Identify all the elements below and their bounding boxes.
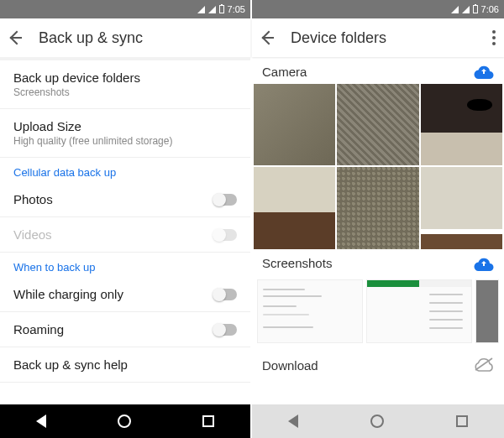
row-charging-toggle[interactable]: While charging only <box>0 277 250 312</box>
toolbar: Device folders <box>252 18 504 57</box>
status-bar: 7:06 <box>252 0 504 18</box>
photo-thumb[interactable] <box>337 84 418 165</box>
wifi-icon <box>197 6 205 13</box>
row-title: Videos <box>13 227 213 242</box>
row-videos-toggle: Videos <box>0 217 250 253</box>
row-title: Back up & sync help <box>13 357 237 372</box>
cell-signal-icon <box>462 6 470 13</box>
nav-back-icon[interactable] <box>288 415 298 428</box>
nav-bar <box>0 404 250 438</box>
row-title: Roaming <box>13 322 213 336</box>
status-time: 7:06 <box>481 4 499 14</box>
nav-recents-icon[interactable] <box>202 415 214 427</box>
folder-name: Screenshots <box>262 256 332 270</box>
row-photos-toggle[interactable]: Photos <box>0 182 250 217</box>
row-roaming-toggle[interactable]: Roaming <box>0 312 250 347</box>
row-title: Back up device folders <box>13 70 237 85</box>
folders-list[interactable]: Camera Screenshots <box>252 57 504 404</box>
switch-charging[interactable] <box>213 289 237 300</box>
nav-back-icon[interactable] <box>36 415 46 428</box>
row-upload-size[interactable]: Upload Size High quality (free unlimited… <box>0 109 250 158</box>
screenshots-row <box>252 276 504 350</box>
back-icon[interactable] <box>260 30 276 45</box>
row-title: Photos <box>13 192 213 206</box>
page-title: Device folders <box>291 29 477 47</box>
phone-backup-sync: 7:05 Back up & sync Back up device folde… <box>0 0 252 438</box>
settings-list: Back up device folders Screenshots Uploa… <box>0 57 250 404</box>
folder-name: Download <box>262 358 318 373</box>
photo-thumb[interactable] <box>421 84 502 165</box>
folder-header-download[interactable]: Download <box>252 350 504 379</box>
screenshot-thumb[interactable] <box>475 279 499 343</box>
folder-header-screenshots[interactable]: Screenshots <box>252 249 504 276</box>
back-icon[interactable] <box>8 30 24 45</box>
section-when: When to back up <box>0 253 250 277</box>
switch-roaming[interactable] <box>213 324 237 336</box>
row-help[interactable]: Back up & sync help <box>0 347 250 383</box>
page-title: Back up & sync <box>39 29 242 47</box>
wifi-icon <box>451 6 459 13</box>
status-bar: 7:05 <box>0 0 250 18</box>
photo-thumb[interactable] <box>254 167 335 248</box>
cell-signal-icon <box>208 6 216 13</box>
nav-home-icon[interactable] <box>370 415 384 428</box>
photo-thumb[interactable] <box>337 167 418 248</box>
camera-grid <box>252 84 504 249</box>
screenshot-thumb[interactable] <box>366 279 472 343</box>
nav-home-icon[interactable] <box>118 415 131 428</box>
battery-icon <box>219 5 224 13</box>
status-time: 7:05 <box>228 4 245 14</box>
photo-thumb[interactable] <box>254 84 335 165</box>
row-subtitle: Screenshots <box>13 86 237 98</box>
row-subtitle: High quality (free unlimited storage) <box>13 135 237 147</box>
nav-bar <box>252 404 504 438</box>
cloud-upload-icon[interactable] <box>474 256 494 271</box>
section-cellular: Cellular data back up <box>0 158 250 182</box>
photo-thumb[interactable] <box>421 167 502 248</box>
row-title: While charging only <box>13 287 213 301</box>
switch-videos <box>213 229 237 241</box>
row-device-folders[interactable]: Back up device folders Screenshots <box>0 60 250 109</box>
phone-device-folders: 7:06 Device folders Camera Screenshots <box>252 0 504 438</box>
folder-header-camera[interactable]: Camera <box>252 57 504 84</box>
screenshot-thumb[interactable] <box>257 279 363 343</box>
row-title: Upload Size <box>13 119 237 133</box>
toolbar: Back up & sync <box>0 18 250 57</box>
cloud-upload-icon[interactable] <box>474 64 494 79</box>
cloud-off-icon[interactable] <box>474 357 494 374</box>
nav-recents-icon[interactable] <box>456 415 468 427</box>
switch-photos[interactable] <box>213 194 237 206</box>
battery-icon <box>473 5 478 13</box>
more-icon[interactable] <box>492 30 496 45</box>
folder-name: Camera <box>262 65 307 79</box>
